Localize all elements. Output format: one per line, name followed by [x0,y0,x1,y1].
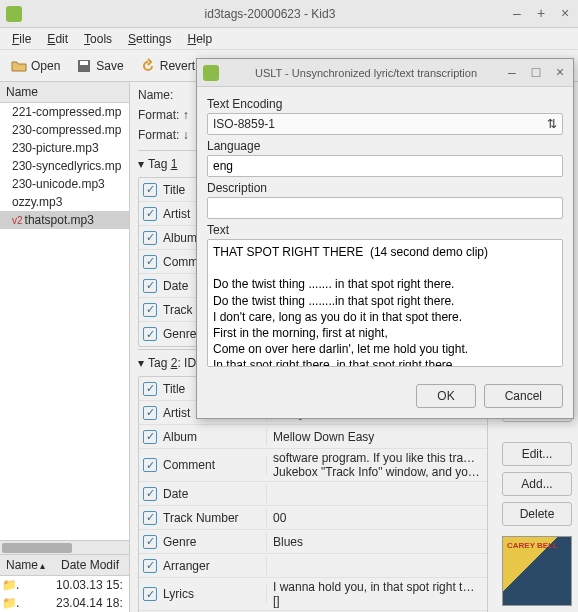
file-tree-header[interactable]: Name [0,82,129,103]
dir-header-date[interactable]: Date Modif [55,555,125,575]
tag-row[interactable]: ✓Date [139,482,487,506]
revert-icon [140,58,156,74]
tag-field-label: Comment [163,458,215,472]
tag-field-value[interactable] [267,492,487,496]
dialog-close-button[interactable]: × [553,66,567,80]
file-item[interactable]: 230-picture.mp3 [0,139,129,157]
tag-field-label: Album [163,231,197,245]
album-art[interactable] [502,536,572,606]
tag-field-label: Artist [163,406,190,420]
tag-field-label: Album [163,430,197,444]
chevron-updown-icon: ⇅ [547,117,557,131]
tag-field-label: Arranger [163,559,210,573]
delete-button[interactable]: Delete [502,502,572,526]
checkbox-icon[interactable]: ✓ [143,207,157,221]
tag-field-label: Genre [163,327,196,341]
checkbox-icon[interactable]: ✓ [143,279,157,293]
checkbox-icon[interactable]: ✓ [143,303,157,317]
format-up-label: Format: ↑ [138,108,204,122]
tag-row[interactable]: ✓GenreBlues [139,530,487,554]
file-tree-panel: Name 221-compressed.mp 230-compressed.mp… [0,82,130,612]
text-textarea[interactable] [207,239,563,367]
tag-field-label: Date [163,279,188,293]
tag-field-label: Title [163,183,185,197]
edit-button[interactable]: Edit... [502,442,572,466]
checkbox-icon[interactable]: ✓ [143,406,157,420]
dialog-titlebar: USLT - Unsynchronized lyric/text transcr… [197,59,573,87]
checkbox-icon[interactable]: ✓ [143,183,157,197]
checkbox-icon[interactable]: ✓ [143,231,157,245]
dialog-maximize-button[interactable]: □ [529,66,543,80]
revert-button[interactable]: Revert [133,54,202,78]
tag-field-label: Artist [163,207,190,221]
file-list[interactable]: 221-compressed.mp 230-compressed.mp 230-… [0,103,129,540]
save-label: Save [96,59,123,73]
open-button[interactable]: Open [4,54,67,78]
checkbox-icon[interactable]: ✓ [143,458,157,472]
file-modified-mark: v2 [12,215,23,226]
tag-field-value[interactable]: Blues [267,533,487,551]
encoding-select[interactable]: ISO-8859-1 ⇅ [207,113,563,135]
file-item[interactable]: ozzy.mp3 [0,193,129,211]
name-label: Name: [138,88,184,102]
dir-row[interactable]: 📁 . 23.04.14 18: [0,594,129,612]
close-button[interactable]: × [558,7,572,21]
minimize-button[interactable]: – [510,7,524,21]
menu-file[interactable]: File [4,29,39,49]
open-icon [11,58,27,74]
window-title: id3tags-20000623 - Kid3 [30,7,510,21]
checkbox-icon[interactable]: ✓ [143,487,157,501]
tag-field-label: Track Number [163,511,239,525]
maximize-button[interactable]: + [534,7,548,21]
tag-field-value[interactable] [267,564,487,568]
tag-row[interactable]: ✓Commentsoftware program. If you like th… [139,449,487,482]
app-icon [203,65,219,81]
file-item[interactable]: 221-compressed.mp [0,103,129,121]
checkbox-icon[interactable]: ✓ [143,382,157,396]
save-button[interactable]: Save [69,54,130,78]
file-item-selected[interactable]: v2thatspot.mp3 [0,211,129,229]
file-item[interactable]: 230-compressed.mp [0,121,129,139]
tag-row[interactable]: ✓Track Number00 [139,506,487,530]
language-input[interactable] [207,155,563,177]
save-icon [76,58,92,74]
menu-tools[interactable]: Tools [76,29,120,49]
dir-row[interactable]: 📁 . 10.03.13 15: [0,576,129,594]
cancel-button[interactable]: Cancel [484,384,563,408]
ok-button[interactable]: OK [416,384,475,408]
menu-help[interactable]: Help [179,29,220,49]
menu-edit[interactable]: Edit [39,29,76,49]
tag-row[interactable]: ✓LyricsI wanna hold you, in that spot ri… [139,578,487,611]
tag-row[interactable]: ✓AlbumMellow Down Easy [139,425,487,449]
file-item[interactable]: 230-unicode.mp3 [0,175,129,193]
checkbox-icon[interactable]: ✓ [143,511,157,525]
format-down-label: Format: ↓ [138,128,204,142]
tag-field-label: Lyrics [163,587,194,601]
description-input[interactable] [207,197,563,219]
checkbox-icon[interactable]: ✓ [143,535,157,549]
tag-field-value[interactable]: 00 [267,509,487,527]
menu-settings[interactable]: Settings [120,29,179,49]
tag-field-value[interactable]: I wanna hold you, in that spot right th…… [267,578,487,610]
checkbox-icon[interactable]: ✓ [143,587,157,601]
checkbox-icon[interactable]: ✓ [143,255,157,269]
dialog-minimize-button[interactable]: – [505,66,519,80]
tag-row[interactable]: ✓Arranger [139,554,487,578]
tag-field-value[interactable]: software program. If you like this trac…… [267,449,487,481]
open-label: Open [31,59,60,73]
svg-rect-1 [80,61,88,65]
revert-label: Revert [160,59,195,73]
add-button[interactable]: Add... [502,472,572,496]
file-item[interactable]: 230-syncedlyrics.mp [0,157,129,175]
checkbox-icon[interactable]: ✓ [143,559,157,573]
uslt-dialog: USLT - Unsynchronized lyric/text transcr… [196,58,574,419]
tag-field-label: Title [163,382,185,396]
tag-field-label: Date [163,487,188,501]
tag-field-value[interactable]: Mellow Down Easy [267,428,487,446]
checkbox-icon[interactable]: ✓ [143,430,157,444]
dir-header-name[interactable]: Name▴ [0,555,55,575]
horizontal-scrollbar[interactable] [0,540,129,554]
text-label: Text [207,223,563,237]
dialog-title: USLT - Unsynchronized lyric/text transcr… [227,67,505,79]
checkbox-icon[interactable]: ✓ [143,327,157,341]
